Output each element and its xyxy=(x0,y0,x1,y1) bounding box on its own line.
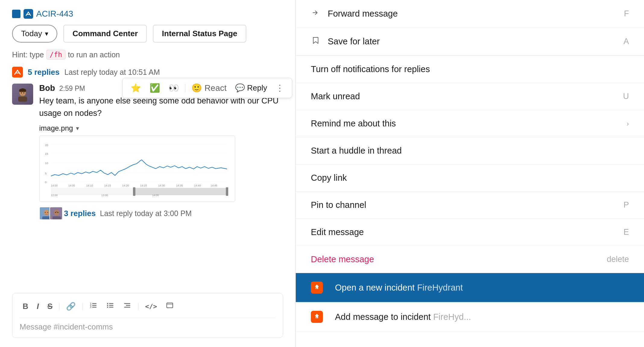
hint-line: Hint: type /fh to run an action xyxy=(12,50,283,59)
compose-divider-1 xyxy=(59,303,59,310)
first-replies-count[interactable]: 5 replies xyxy=(28,68,60,77)
svg-text:14:05: 14:05 xyxy=(68,184,75,187)
save-key: A xyxy=(623,37,629,46)
svg-rect-30 xyxy=(133,187,135,196)
react-label: React xyxy=(204,83,226,93)
pin-key: P xyxy=(623,200,629,210)
menu-item-notifications[interactable]: Turn off notifications for replies xyxy=(296,56,644,83)
cpu-chart: 20 15 10 5 0 14:00 xyxy=(44,141,230,197)
svg-rect-40 xyxy=(52,216,61,220)
pin-label: Pin to channel xyxy=(311,200,366,210)
react-button[interactable]: 🙂 React xyxy=(188,81,230,95)
svg-text:0: 0 xyxy=(45,180,47,184)
forward-icon xyxy=(311,8,320,19)
menu-item-save[interactable]: Save for later A xyxy=(296,28,644,56)
first-replies-time: Last reply today at 10:51 AM xyxy=(65,68,160,77)
context-menu: Forward message F Save for later A Turn … xyxy=(295,0,644,347)
eyes-button[interactable]: 👀 xyxy=(165,81,183,95)
internal-status-button[interactable]: Internal Status Page xyxy=(153,25,246,43)
menu-item-delete[interactable]: Delete message delete xyxy=(296,246,644,273)
message-text: Hey team, is anyone else seeing some odd… xyxy=(39,95,283,119)
menu-item-huddle[interactable]: Start a huddle in thread xyxy=(296,137,644,164)
check-button[interactable]: ✅ xyxy=(146,81,164,95)
svg-point-37 xyxy=(45,212,46,213)
svg-rect-0 xyxy=(24,9,33,19)
svg-text:14:00: 14:00 xyxy=(51,184,58,187)
thread-reply-count[interactable]: 3 replies xyxy=(64,209,96,218)
chat-panel: ACIR-443 Today Command Center Internal S… xyxy=(0,0,295,347)
thread-replies[interactable]: 3 replies Last reply today at 3:00 PM xyxy=(39,207,283,220)
today-button[interactable]: Today xyxy=(12,25,57,43)
delete-label: Delete message xyxy=(311,254,374,264)
compose-placeholder[interactable]: Message #incident-comms xyxy=(20,322,276,332)
menu-item-edit[interactable]: Edit message E xyxy=(296,219,644,246)
react-icon: 🙂 xyxy=(191,83,202,93)
more-button[interactable]: ⋮ xyxy=(272,81,288,95)
menu-item-remind[interactable]: Remind me about this › xyxy=(296,110,644,137)
remind-chevron: › xyxy=(627,119,629,128)
message-row: Bob 2:59 PM Hey team, is anyone else see… xyxy=(12,84,283,220)
svg-point-38 xyxy=(47,212,48,213)
thread-reply-time: Last reply today at 3:00 PM xyxy=(100,209,192,218)
sender-name: Bob xyxy=(39,84,55,93)
snippet-tool[interactable] xyxy=(163,299,177,314)
svg-point-35 xyxy=(44,210,49,216)
indent-tool[interactable] xyxy=(120,299,134,314)
svg-point-7 xyxy=(23,92,24,94)
svg-rect-31 xyxy=(226,187,228,196)
first-replies-bar[interactable]: 5 replies Last reply today at 10:51 AM xyxy=(12,67,283,78)
message-time: 2:59 PM xyxy=(59,84,85,93)
bob-avatar-image xyxy=(15,87,30,102)
strikethrough-tool[interactable]: S xyxy=(44,300,55,313)
svg-rect-1 xyxy=(12,67,23,78)
attachment-name: image.png xyxy=(39,124,73,132)
acir-link[interactable]: ACIR-443 xyxy=(12,9,283,19)
svg-text:14:15: 14:15 xyxy=(104,184,111,187)
svg-point-52 xyxy=(107,303,108,304)
huddle-label: Start a huddle in thread xyxy=(311,146,402,156)
ordered-list-tool[interactable]: 123 xyxy=(86,299,101,314)
svg-rect-3 xyxy=(18,97,27,102)
svg-text:14:00: 14:00 xyxy=(152,194,159,197)
message-toolbar: ⭐ ✅ 👀 🙂 React 💬 Reply ⋮ xyxy=(122,78,292,98)
link-tool[interactable]: 🔗 xyxy=(63,300,79,313)
menu-item-pin[interactable]: Pin to channel P xyxy=(296,192,644,219)
bookmark-icon xyxy=(311,36,320,47)
svg-text:14:10: 14:10 xyxy=(86,184,93,187)
menu-item-add-incident[interactable]: Add message to incident FireHyd... xyxy=(296,302,644,332)
hint-code: /fh xyxy=(46,50,66,59)
reply-icon: 💬 xyxy=(235,83,245,93)
svg-text:14:20: 14:20 xyxy=(122,184,129,187)
svg-rect-58 xyxy=(167,303,173,308)
svg-text:3: 3 xyxy=(90,306,91,308)
reply-button[interactable]: 💬 Reply xyxy=(232,81,271,95)
star-button[interactable]: ⭐ xyxy=(127,81,145,95)
attachment-header[interactable]: image.png ▾ xyxy=(39,124,283,132)
command-center-button[interactable]: Command Center xyxy=(63,25,147,43)
italic-tool[interactable]: I xyxy=(34,300,42,313)
delete-key: delete xyxy=(607,255,629,264)
thread-avatars xyxy=(39,207,60,220)
top-buttons-row: Today Command Center Internal Status Pag… xyxy=(12,25,283,43)
edit-label: Edit message xyxy=(311,227,364,237)
menu-item-mark-unread[interactable]: Mark unread U xyxy=(296,83,644,110)
svg-text:14:35: 14:35 xyxy=(176,184,183,187)
code-tool[interactable]: </> xyxy=(142,301,160,312)
compose-toolbar: B I S 🔗 123 </> xyxy=(20,299,276,318)
bold-tool[interactable]: B xyxy=(20,300,31,313)
svg-text:20: 20 xyxy=(45,143,49,147)
add-incident-label: Add message to incident FireHyd... xyxy=(330,312,471,322)
svg-text:13:00: 13:00 xyxy=(101,194,108,197)
menu-item-copy-link[interactable]: Copy link xyxy=(296,164,644,192)
unordered-list-tool[interactable] xyxy=(103,299,118,314)
svg-rect-29 xyxy=(134,188,227,195)
fh-icon-open xyxy=(311,282,323,294)
svg-point-54 xyxy=(107,307,108,308)
notifications-label: Turn off notifications for replies xyxy=(311,64,430,74)
svg-text:12:00: 12:00 xyxy=(51,194,58,197)
menu-item-forward[interactable]: Forward message F xyxy=(296,0,644,28)
menu-item-open-incident[interactable]: Open a new incident FireHydrant xyxy=(296,273,644,302)
fh-icon-add xyxy=(311,311,323,323)
mark-unread-label: Mark unread xyxy=(311,91,360,101)
svg-point-53 xyxy=(107,305,108,306)
